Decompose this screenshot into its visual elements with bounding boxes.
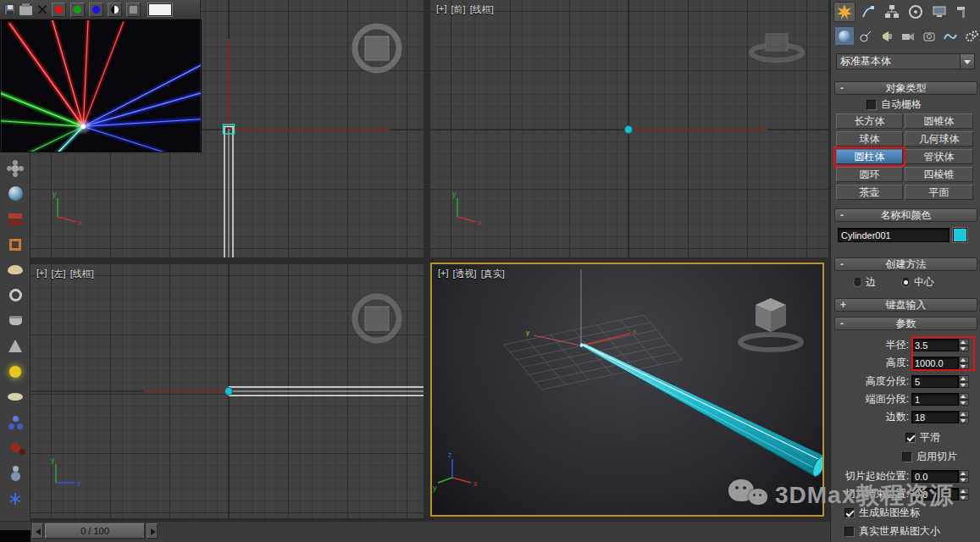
viewport-view-label[interactable]: [透视] [453, 268, 477, 280]
stacked-boxes-icon[interactable] [4, 210, 26, 228]
time-next-button[interactable] [147, 523, 158, 539]
cylinder-button[interactable]: 圆柱体 [836, 149, 903, 164]
slice-from-field[interactable] [911, 470, 959, 483]
spheres-icon[interactable] [4, 439, 26, 456]
particles-icon[interactable] [4, 413, 26, 431]
gray-color-button[interactable] [126, 3, 141, 17]
contrast-color-button[interactable] [108, 3, 122, 17]
viewport-menu[interactable]: [+] [438, 268, 449, 280]
subtab-space-warps[interactable] [940, 26, 961, 46]
sphere-button[interactable]: 球体 [836, 131, 903, 147]
snowflake-icon[interactable] [4, 159, 26, 177]
ellipse-icon[interactable] [4, 388, 26, 406]
cap-segments-field[interactable] [911, 393, 959, 406]
category-dropdown[interactable]: 标准基本体 [836, 53, 975, 69]
object-color-swatch[interactable] [953, 228, 967, 242]
viewport-menu[interactable]: [+] [36, 268, 47, 280]
subtab-geometry[interactable] [834, 26, 855, 46]
rollout-creation-method[interactable]: - 创建方法 [834, 257, 977, 271]
height-segments-field[interactable] [911, 375, 959, 388]
slice-from-spinner[interactable] [959, 470, 969, 483]
delete-icon[interactable] [36, 4, 47, 15]
cylinder-front-view[interactable] [625, 126, 633, 134]
chevron-down-icon[interactable] [960, 54, 974, 69]
red-color-button[interactable] [52, 3, 66, 17]
viewport-front[interactable]: [+] [前] [线框] y x [430, 0, 828, 257]
view-cube[interactable] [740, 298, 801, 350]
figure-icon[interactable] [4, 464, 26, 482]
tube-button[interactable]: 管状体 [905, 149, 973, 164]
cylinder-side-view[interactable] [225, 386, 424, 396]
shell-icon[interactable] [4, 261, 26, 279]
sides-spinner[interactable] [959, 411, 969, 423]
height-field[interactable] [911, 357, 959, 369]
cone-icon[interactable] [4, 337, 26, 355]
subtab-cameras[interactable] [898, 26, 918, 46]
rollout-keyboard-entry[interactable]: + 键盘输入 [834, 298, 977, 312]
rollout-parameters[interactable]: - 参数 [834, 317, 977, 330]
white-swatch[interactable] [148, 3, 172, 16]
object-name-field[interactable] [838, 228, 950, 242]
cap-segments-spinner[interactable] [959, 393, 969, 406]
height-segments-spinner[interactable] [959, 375, 969, 388]
cylinder-perspective[interactable] [580, 343, 822, 478]
tab-display[interactable] [928, 2, 950, 22]
torus-button[interactable]: 圆环 [836, 167, 903, 182]
rollout-object-type[interactable]: - 对象类型 [834, 81, 977, 95]
subtab-shapes[interactable] [855, 26, 876, 46]
save-icon[interactable] [4, 4, 15, 15]
mapping-checkbox[interactable] [844, 508, 855, 518]
view-cube[interactable] [355, 26, 399, 70]
plane-button[interactable]: 平面 [905, 185, 973, 200]
viewport-shading-label[interactable]: [真实] [481, 268, 505, 280]
sides-field[interactable] [911, 411, 959, 423]
rollout-name-color[interactable]: - 名称和颜色 [834, 208, 977, 222]
sphere-icon[interactable] [4, 185, 26, 202]
viewport-view-label[interactable]: [左] [52, 268, 66, 280]
realworld-checkbox[interactable] [844, 527, 855, 537]
edge-radio[interactable] [853, 278, 862, 287]
slice-checkbox[interactable] [902, 452, 912, 462]
green-color-button[interactable] [70, 3, 85, 17]
radius-field[interactable] [911, 339, 959, 351]
blue-color-button[interactable] [89, 3, 103, 17]
asterisk-icon[interactable] [4, 489, 26, 507]
tab-modify[interactable] [857, 2, 879, 22]
subtab-helpers[interactable] [919, 26, 939, 46]
pyramid-button[interactable]: 四棱锥 [905, 167, 973, 182]
ring-icon[interactable] [4, 286, 26, 304]
subtab-lights[interactable] [877, 26, 897, 46]
viewport-shading-label[interactable]: [线框] [70, 268, 94, 280]
viewport-perspective[interactable]: [+] [透视] [真实] [430, 263, 824, 517]
pot-icon[interactable] [4, 312, 26, 329]
tab-utilities[interactable] [952, 2, 974, 22]
viewport-shading-label[interactable]: [线框] [470, 3, 494, 16]
height-spinner[interactable] [959, 357, 969, 369]
smooth-checkbox[interactable] [905, 433, 916, 443]
tab-motion[interactable] [905, 2, 927, 22]
time-prev-button[interactable] [32, 523, 43, 539]
cylinder-top-view[interactable] [224, 124, 235, 257]
print-icon[interactable] [19, 3, 32, 15]
slice-to-field[interactable] [911, 488, 959, 501]
center-radio[interactable] [901, 278, 911, 287]
subtab-systems[interactable] [961, 26, 980, 46]
cone-button[interactable]: 圆锥体 [905, 113, 973, 129]
viewport-view-label[interactable]: [前] [451, 3, 466, 16]
view-cube[interactable] [355, 296, 399, 340]
view-cube[interactable] [751, 34, 802, 60]
slice-to-spinner[interactable] [959, 488, 969, 501]
tab-create[interactable] [833, 2, 855, 22]
tab-hierarchy[interactable] [881, 2, 903, 22]
box-button[interactable]: 长方体 [836, 113, 903, 129]
orange-frame-icon[interactable] [4, 235, 26, 253]
viewport-left[interactable]: [+] [左] [线框] y z [30, 264, 424, 518]
time-slider-track[interactable]: 0 / 100 [45, 523, 145, 539]
geosphere-button[interactable]: 几何球体 [905, 131, 973, 147]
time-slider-thumb[interactable]: 0 / 100 [45, 523, 145, 539]
viewport-menu[interactable]: [+] [436, 3, 447, 16]
autogrid-checkbox[interactable] [866, 100, 877, 110]
radius-spinner[interactable] [959, 339, 969, 351]
teapot-button[interactable]: 茶壶 [836, 185, 903, 200]
sun-icon[interactable] [4, 362, 26, 380]
